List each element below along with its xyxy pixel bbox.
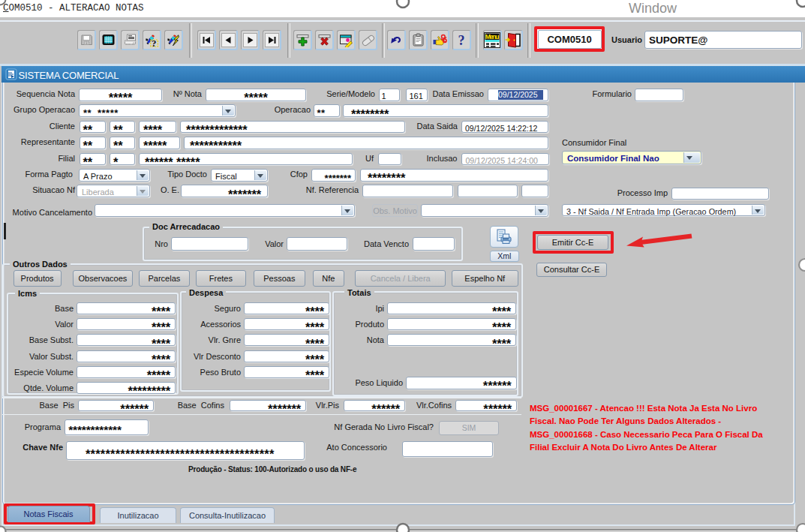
svg-text:?: ?	[458, 33, 464, 47]
svg-text:?: ?	[152, 37, 157, 47]
svg-text:Menu: Menu	[485, 32, 500, 40]
